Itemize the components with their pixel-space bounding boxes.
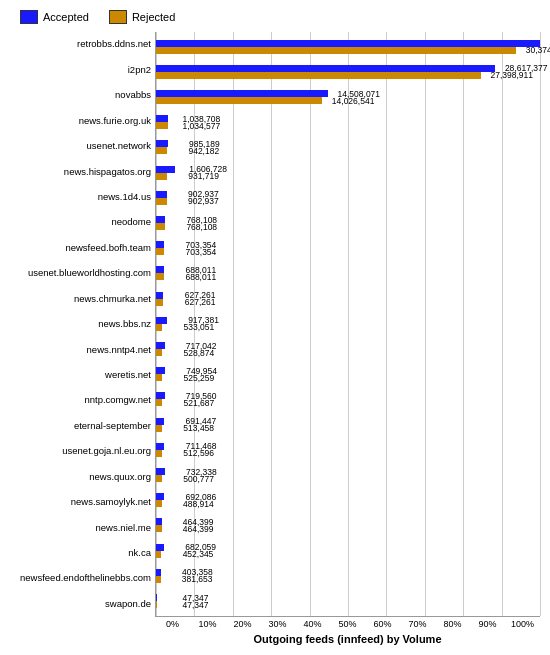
bar-row: 1,038,7081,034,577	[156, 113, 540, 131]
bar-row: 902,937902,937	[156, 189, 540, 207]
bar-row: 47,34747,347	[156, 592, 540, 610]
accepted-bar: 464,399	[156, 518, 162, 525]
rejected-value: 47,347	[183, 600, 209, 610]
rejected-value: 513,458	[183, 423, 214, 433]
rejected-bar: 521,687	[156, 399, 162, 406]
bar-row: 32,372,84630,374,202	[156, 38, 540, 56]
rejected-bar: 512,596	[156, 450, 162, 457]
rejected-value: 30,374,202	[526, 45, 550, 55]
bar-label: news.quux.org	[10, 468, 151, 486]
x-axis-label: 20%	[225, 619, 260, 629]
rejected-bar: 452,345	[156, 551, 161, 558]
accepted-bar: 768,108	[156, 216, 165, 223]
bar-label: news.niel.me	[10, 519, 151, 537]
bottom-area: 0%10%20%30%40%50%60%70%80%90%100% Outgoi…	[10, 617, 540, 645]
rejected-value: 528,874	[184, 348, 215, 358]
x-axis-label: 30%	[260, 619, 295, 629]
rejected-bar: 533,051	[156, 324, 162, 331]
rejected-value: 521,687	[183, 398, 214, 408]
rejected-bar: 513,458	[156, 425, 162, 432]
bar-label: news.chmurka.net	[10, 290, 151, 308]
x-axis-label: 70%	[400, 619, 435, 629]
bar-label: weretis.net	[10, 366, 151, 384]
rejected-bar: 525,259	[156, 374, 162, 381]
bar-label: usenet.network	[10, 137, 151, 155]
x-axis-label: 60%	[365, 619, 400, 629]
accepted-bar: 688,011	[156, 266, 164, 273]
accepted-bar: 1,606,728	[156, 166, 175, 173]
bar-label: news.hispagatos.org	[10, 163, 151, 181]
rejected-value: 452,345	[183, 549, 214, 559]
rejected-bar: 1,034,577	[156, 122, 168, 129]
accepted-bar: 14,508,071	[156, 90, 328, 97]
rejected-bar: 464,399	[156, 525, 162, 532]
rejected-value: 500,777	[183, 474, 214, 484]
chart-container: Accepted Rejected retrobbs.ddns.neti2pn2…	[0, 0, 550, 655]
bar-label: news.samoylyk.net	[10, 493, 151, 511]
rejected-bar: 488,914	[156, 500, 162, 507]
bar-label: nk.ca	[10, 544, 151, 562]
bar-row: 703,354703,354	[156, 239, 540, 257]
bar-row: 464,399464,399	[156, 516, 540, 534]
rejected-bar: 902,937	[156, 198, 167, 205]
x-axis-label: 80%	[435, 619, 470, 629]
accepted-bar: 32,372,846	[156, 40, 540, 47]
accepted-bar: 985,189	[156, 140, 168, 147]
x-axis-label: 0%	[155, 619, 190, 629]
accepted-bar: 749,954	[156, 367, 165, 374]
rejected-value: 525,259	[183, 373, 214, 383]
bars-rows: 32,372,84630,374,20228,617,37727,398,911…	[156, 32, 540, 616]
rejected-value: 533,051	[184, 322, 215, 332]
bar-label: news.furie.org.uk	[10, 112, 151, 130]
bar-row: 627,261627,261	[156, 290, 540, 308]
rejected-bar: 47,347	[156, 601, 157, 608]
accepted-bar: 692,086	[156, 493, 164, 500]
accepted-bar: 732,338	[156, 468, 165, 475]
rejected-value: 512,596	[183, 448, 214, 458]
bar-row: 732,338500,777	[156, 466, 540, 484]
bar-row: 691,447513,458	[156, 416, 540, 434]
bar-label: news.1d4.us	[10, 188, 151, 206]
labels-column: retrobbs.ddns.neti2pn2novabbsnews.furie.…	[10, 32, 155, 617]
bar-row: 768,108768,108	[156, 214, 540, 232]
bar-label: news.nntp4.net	[10, 341, 151, 359]
bar-label: newsfeed.bofh.team	[10, 239, 151, 257]
rejected-bar: 30,374,202	[156, 47, 516, 54]
legend-rejected: Rejected	[109, 10, 175, 24]
bar-row: 688,011688,011	[156, 264, 540, 282]
rejected-value: 27,398,911	[490, 70, 533, 80]
bar-row: 682,059452,345	[156, 542, 540, 560]
rejected-value: 381,653	[182, 574, 213, 584]
rejected-value: 464,399	[183, 524, 214, 534]
rejected-value: 627,261	[185, 297, 216, 307]
bar-label: swapon.de	[10, 595, 151, 613]
x-axis-label: 100%	[505, 619, 540, 629]
chart-body: retrobbs.ddns.neti2pn2novabbsnews.furie.…	[10, 32, 540, 617]
bars-area: 32,372,84630,374,20228,617,37727,398,911…	[155, 32, 540, 617]
rejected-bar: 942,182	[156, 147, 167, 154]
bar-row: 985,189942,182	[156, 138, 540, 156]
accepted-bar: 717,042	[156, 342, 165, 349]
bar-label: retrobbs.ddns.net	[10, 36, 151, 54]
bar-row: 717,042528,874	[156, 340, 540, 358]
rejected-bar: 528,874	[156, 349, 162, 356]
accepted-bar: 711,468	[156, 443, 164, 450]
x-axis-labels: 0%10%20%30%40%50%60%70%80%90%100%	[155, 619, 540, 629]
legend-rejected-box	[109, 10, 127, 24]
bar-label: neodome	[10, 214, 151, 232]
rejected-bar: 381,653	[156, 576, 161, 583]
rejected-bar: 688,011	[156, 273, 164, 280]
rejected-bar: 627,261	[156, 299, 163, 306]
rejected-value: 942,182	[188, 146, 219, 156]
x-axis-label: 50%	[330, 619, 365, 629]
bar-label: usenet.blueworldhosting.com	[10, 265, 151, 283]
bar-row: 711,468512,596	[156, 441, 540, 459]
bar-row: 28,617,37727,398,911	[156, 63, 540, 81]
legend-accepted-box	[20, 10, 38, 24]
rejected-value: 703,354	[186, 247, 217, 257]
legend-accepted: Accepted	[20, 10, 89, 24]
rejected-bar: 703,354	[156, 248, 164, 255]
legend-accepted-label: Accepted	[43, 11, 89, 23]
bar-row: 692,086488,914	[156, 491, 540, 509]
bar-label: newsfeed.endofthelinebbs.com	[10, 570, 151, 588]
